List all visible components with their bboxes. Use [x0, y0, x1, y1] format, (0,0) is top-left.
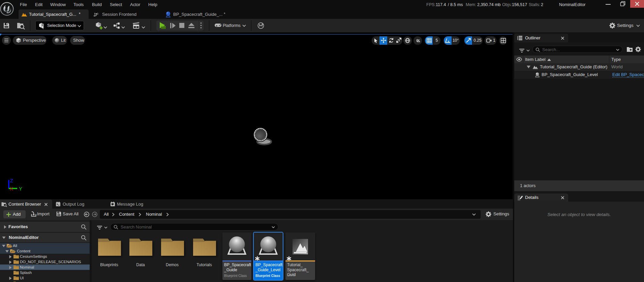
svg-text:Z: Z [10, 178, 13, 183]
svg-text:X: X [10, 186, 13, 191]
svg-text:Y: Y [19, 186, 22, 191]
